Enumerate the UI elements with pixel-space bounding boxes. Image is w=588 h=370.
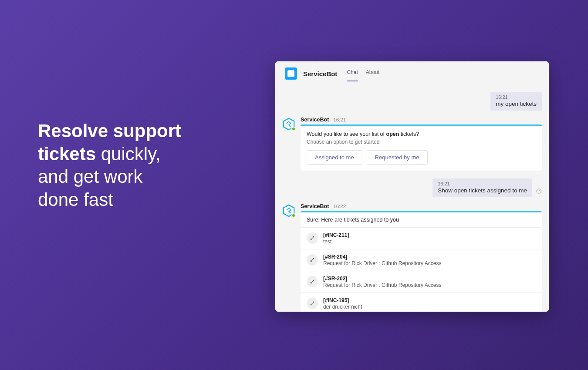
message-timestamp: 16:21	[438, 181, 527, 186]
hero-rest-3: done fast	[38, 189, 113, 210]
ticket-id: [#SR-202]	[323, 276, 441, 282]
ticket-id: [#INC-211]	[323, 232, 349, 238]
user-message-row: 16:21 Show open tickets assigned to me	[282, 178, 542, 197]
message-timestamp: 16:21	[496, 94, 537, 100]
ticket-type-icon	[307, 232, 318, 244]
app-header: ServiceBot Chat About	[275, 61, 549, 84]
message-text: Show open tickets assigned to me	[438, 187, 527, 194]
message-text: my open tickets	[496, 101, 537, 107]
ticket-id: [#INC-195]	[323, 297, 362, 303]
teams-chat-window: ServiceBot Chat About 16:21 my open tick…	[275, 61, 549, 312]
presence-available-icon	[291, 213, 296, 218]
presence-available-icon	[291, 127, 296, 131]
app-tabs: Chat About	[347, 69, 379, 78]
hero-headline: Resolve support tickets quickly, and get…	[38, 120, 181, 211]
ticket-type-icon	[307, 298, 318, 309]
bot-sender-name: ServiceBot	[301, 203, 329, 209]
user-message-row: 16:21 my open tickets	[282, 92, 542, 111]
svg-point-1	[537, 189, 541, 194]
user-message-bubble[interactable]: 16:21 my open tickets	[490, 92, 542, 111]
ticket-row[interactable]: [#INC-195]der drucker nicht	[301, 293, 542, 312]
ticket-subject: test	[323, 239, 349, 245]
bot-sender-name: ServiceBot	[301, 117, 329, 123]
ticket-subject: Request for Rick Driver : Github Reposit…	[323, 282, 441, 288]
ticket-type-icon	[307, 276, 318, 287]
hero-rest-1: quickly,	[96, 144, 161, 164]
bot-avatar	[282, 118, 295, 131]
ticket-type-icon	[307, 254, 318, 266]
ticket-id: [#SR-204]	[323, 254, 441, 260]
bot-adaptive-card: Would you like to see your list of open …	[301, 124, 542, 171]
seen-status-icon	[536, 188, 542, 194]
hero-bold-line1: Resolve support	[38, 121, 181, 141]
ticket-subject: der drucker nicht	[323, 304, 362, 310]
message-timestamp: 16:21	[333, 117, 346, 122]
app-title: ServiceBot	[303, 70, 337, 77]
hero-bold-line2: tickets	[38, 144, 96, 164]
bot-message-row: ServiceBot 16:21 Would you like to see y…	[282, 117, 542, 171]
ticket-list-intro: Sure! Here are tickets assigned to you	[301, 211, 542, 227]
ticket-list-card: Sure! Here are tickets assigned to you […	[301, 211, 542, 312]
servicebot-logo	[285, 67, 297, 80]
card-subtext: Choose an option to get started	[307, 139, 536, 145]
svg-point-2	[537, 190, 538, 191]
assigned-to-me-button[interactable]: Assigned to me	[307, 150, 362, 165]
user-message-bubble[interactable]: 16:21 Show open tickets assigned to me	[433, 178, 532, 197]
chat-scroll-area: 16:21 my open tickets ServiceBot 16:21	[275, 84, 549, 312]
svg-point-3	[539, 190, 540, 191]
bot-message-row: ServiceBot 16:22 Sure! Here are tickets …	[282, 203, 542, 312]
ticket-row[interactable]: [#INC-211]test	[301, 227, 542, 249]
ticket-row[interactable]: [#SR-204]Request for Rick Driver : Githu…	[301, 249, 542, 271]
tab-chat[interactable]: Chat	[347, 69, 358, 78]
ticket-row[interactable]: [#SR-202]Request for Rick Driver : Githu…	[301, 271, 542, 293]
tab-about[interactable]: About	[366, 69, 379, 78]
bot-avatar	[282, 204, 295, 217]
hero-rest-2: and get work	[38, 166, 142, 187]
message-timestamp: 16:22	[333, 204, 346, 209]
ticket-subject: Request for Rick Driver : Github Reposit…	[323, 260, 441, 266]
requested-by-me-button[interactable]: Requested by me	[367, 150, 428, 165]
card-prompt: Would you like to see your list of open …	[307, 131, 536, 137]
